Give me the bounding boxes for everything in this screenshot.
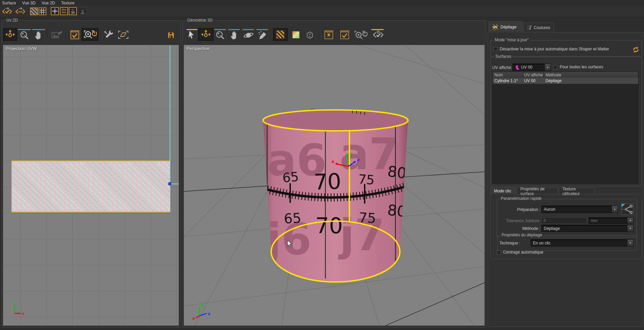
corner-marker	[622, 204, 625, 207]
preparation-label: Préparation :	[508, 207, 540, 212]
tab-mode-clic-label: Mode clic	[494, 189, 511, 193]
all-surfaces-label: Pour toutes les surfaces	[560, 65, 603, 69]
wrench-screwdriver-icon	[104, 30, 114, 40]
technique-dropdown[interactable]: En un clic ▼	[531, 239, 634, 246]
col-nom[interactable]: Nom	[493, 72, 522, 78]
tab-depliage-label: Dépliage	[500, 25, 516, 29]
g3d-orbit-tool-button[interactable]	[243, 31, 254, 40]
tab-depliage[interactable]: UV Dépliage	[489, 21, 523, 32]
uv-move-tool-button[interactable]	[3, 28, 17, 41]
svg-text:70: 70	[315, 213, 343, 238]
save-floppy-icon	[168, 32, 174, 39]
centrage-checkbox[interactable]	[497, 251, 501, 255]
svg-text:80: 80	[386, 163, 407, 182]
dropdown-arrow-icon: ▼	[627, 218, 633, 223]
g3d-pan-tool-button[interactable]	[229, 31, 239, 40]
check-window-icon	[70, 30, 79, 39]
tab-mode-clic[interactable]: Mode clic	[490, 187, 516, 194]
uv-validate-display-button[interactable]	[70, 30, 80, 40]
g3d-paint-select-button[interactable]	[257, 31, 268, 40]
surfaces-table-header: Nom UV affiché Méthode	[493, 72, 638, 78]
checker-icon	[276, 30, 284, 39]
uv-viewport-label: Projection UVW	[6, 46, 37, 51]
window-diamond-icon	[324, 30, 333, 39]
g3d-unfold-button[interactable]	[371, 30, 385, 40]
tab-texture-utilisateur[interactable]: Texture utilisateur	[559, 188, 595, 194]
uv-texture-paint-button[interactable]	[51, 30, 63, 40]
cylinder-top-rim[interactable]	[263, 110, 408, 131]
ruler-display-button[interactable]: ˞|˞ 10	[69, 7, 77, 15]
cut-seams-button[interactable]	[621, 204, 634, 215]
uv-zoom-tool-button[interactable]	[19, 31, 29, 40]
perspective-viewport[interactable]: Perspective	[184, 45, 485, 326]
g3d-island-window-button[interactable]	[324, 30, 334, 40]
technique-label: Technique :	[499, 241, 520, 245]
g3d-select-tool-button[interactable]	[187, 30, 196, 40]
spray-pen-icon	[257, 31, 267, 40]
svg-text:70: 70	[313, 169, 342, 195]
marquee-select-icon	[117, 30, 129, 40]
uv-tools-button[interactable]	[103, 30, 114, 40]
tab-coutures-label: Coutures	[534, 25, 550, 30]
menu-texture[interactable]: Texture	[58, 0, 78, 6]
grid-labels-button[interactable]: 0b1 0a1	[60, 7, 68, 15]
disable-auto-update-label: Désactiver la mise à jour automatique da…	[500, 47, 609, 51]
uv-affiche-value: UV 00	[521, 65, 532, 70]
export-options-button[interactable]	[14, 7, 26, 16]
g3d-validate-window-button[interactable]	[340, 30, 349, 40]
axes-cross-button[interactable]	[51, 7, 59, 15]
right-pane: Mode "mise à jour" Désactiver la mise à …	[488, 32, 643, 327]
col-methode[interactable]: Méthode	[544, 72, 638, 78]
menu-vue-2d[interactable]: Vue 2D	[39, 0, 58, 6]
unfold-props-title: Propriétés du dépliage	[500, 233, 543, 237]
tolerance-input[interactable]: 0	[541, 217, 587, 224]
tolerance-value: 0	[543, 218, 546, 223]
scene-3d[interactable]: a6 a7 j6 j7	[184, 45, 485, 326]
move-icon	[5, 29, 15, 40]
uv-island-mesh[interactable]	[12, 161, 170, 212]
table-row[interactable]: Cylindre 1-1* UV 00 Dépliage	[493, 78, 638, 84]
g3d-wireframe-display-button[interactable]	[305, 31, 314, 39]
uv2d-panel-title: Uv 2D	[5, 18, 19, 23]
magnifier-power-icon	[354, 30, 367, 40]
disable-auto-update-checkbox[interactable]	[493, 47, 497, 51]
mode-maj-title: Mode "mise à jour"	[493, 38, 530, 42]
methode-dropdown[interactable]: Dépliage ▼	[541, 225, 634, 232]
g3d-gradient-display-button[interactable]	[292, 31, 300, 39]
g3d-snap-toggle-button[interactable]	[353, 30, 368, 40]
uv-viewport[interactable]: Projection UVW v u	[3, 45, 179, 326]
move-icon	[201, 29, 211, 40]
g3d-move-tool-button[interactable]	[198, 28, 214, 41]
g3d-zoom-tool-button[interactable]	[215, 31, 225, 40]
avatar-display-button[interactable]	[78, 7, 87, 16]
apply-export-button[interactable]	[1, 7, 13, 16]
menu-surface[interactable]: Surface	[0, 0, 19, 6]
uv-affiche-dropdown[interactable]: UV 00 ▼	[512, 64, 551, 71]
surfaces-table[interactable]: Nom UV affiché Méthode Cylindre 1-1* UV …	[492, 72, 639, 184]
centrage-label: Centrage automatique	[503, 250, 543, 255]
uv-pan-tool-button[interactable]	[34, 31, 44, 40]
uv-selected-vertex[interactable]	[168, 182, 171, 185]
checker-display-button[interactable]	[30, 7, 38, 15]
grid-icon	[40, 8, 45, 14]
tab-coutures[interactable]: Coutures	[523, 23, 554, 32]
dropdown-arrow-icon: ▼	[627, 225, 633, 232]
menu-bar: Surface Vue 3D Vue 2D Texture	[0, 0, 644, 6]
cursor-arrow-icon	[188, 30, 195, 39]
svg-text:65: 65	[283, 210, 301, 227]
col-uv-affiche[interactable]: UV affiché	[522, 72, 544, 78]
refresh-button[interactable]	[632, 46, 640, 53]
unfold-diamond-check-icon	[372, 30, 384, 40]
uv-marquee-select-button[interactable]	[117, 30, 130, 40]
tab-proprietes-surface[interactable]: Propriétés de surface	[517, 188, 558, 194]
grid-display-button[interactable]	[39, 7, 46, 15]
all-surfaces-checkbox[interactable]	[553, 65, 557, 69]
tolerance-unit-dropdown[interactable]: mm ▼	[588, 217, 634, 224]
uv-save-button[interactable]	[167, 31, 175, 39]
menu-vue-3d[interactable]: Vue 3D	[19, 0, 39, 6]
tolerance-label: Tolerance Jointure:	[501, 218, 540, 223]
uv-badge-icon: UV	[492, 24, 498, 30]
preparation-dropdown[interactable]: Aucun ▼	[541, 206, 618, 213]
uv-snap-toggle-button[interactable]	[82, 28, 99, 41]
g3d-checker-display-button[interactable]	[273, 28, 288, 41]
